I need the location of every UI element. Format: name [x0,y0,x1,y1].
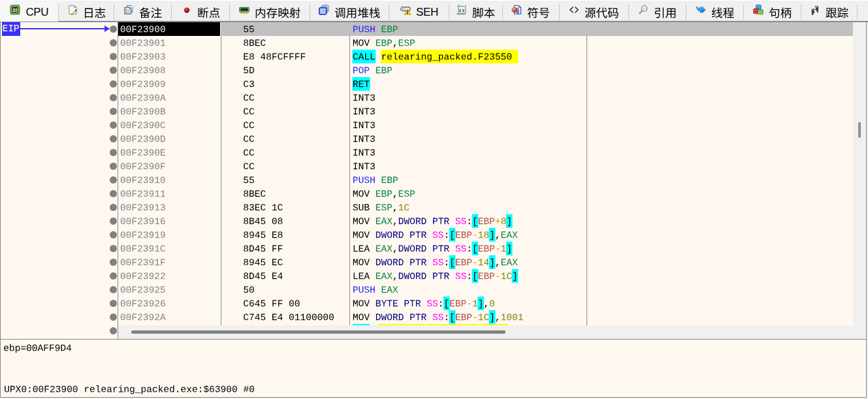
svg-text:32: 32 [12,8,18,12]
